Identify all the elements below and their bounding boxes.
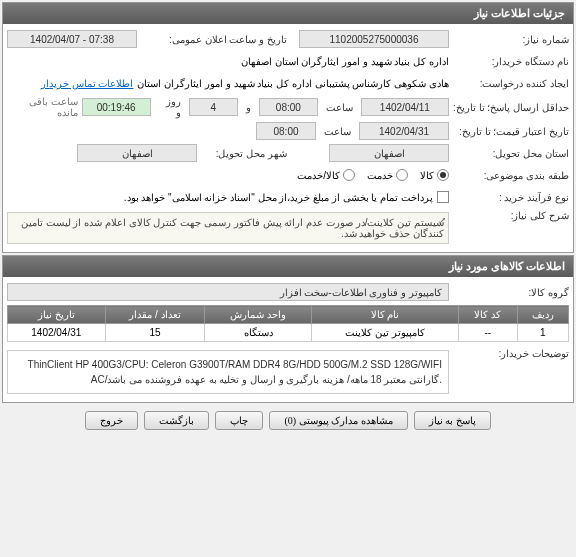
announce-datetime-value: 1402/04/07 - 07:38 [7,30,137,48]
need-number-label: شماره نیاز: [449,34,569,45]
topic-goods-service-label: کالا/خدمت [297,170,340,181]
response-deadline-label: حداقل ارسال پاسخ؛ تا تاریخ: [449,102,569,113]
remaining-label: ساعت باقی مانده [7,96,78,118]
summary-text: سیستم تین کلاینت/در صورت عدم ارائه پیش ف… [21,217,444,239]
buyer-name-value: اداره کل بنیاد شهید و امور ایثارگران است… [241,56,449,67]
days-label: روز و [155,96,185,118]
purchase-type-label: نوع فرآیند خرید : [449,192,569,203]
back-button[interactable]: بازگشت [144,411,209,430]
td-code: -- [458,324,517,342]
announce-datetime-label: تاریخ و ساعت اعلان عمومی: [137,34,287,45]
th-row: ردیف [517,306,568,324]
request-creator-label: ایجاد کننده درخواست: [449,78,569,89]
td-name: کامپیوتر تین کلاینت [312,324,458,342]
th-date: تاریخ نیاز [8,306,106,324]
hour-label-2: ساعت [320,126,355,137]
th-name: نام کالا [312,306,458,324]
goods-group-label: گروه کالا: [449,287,569,298]
td-row: 1 [517,324,568,342]
province-label: استان محل تحویل: [449,148,569,159]
and-label: و [242,102,255,113]
goods-table: ردیف کد کالا نام کالا واحد شمارش تعداد /… [7,305,569,342]
th-code: کد کالا [458,306,517,324]
topic-goods-service-radio[interactable] [343,169,355,181]
price-validity-hour: 08:00 [256,122,316,140]
remaining-time: 00:19:46 [82,98,151,116]
request-creator-value: هادی شکوهی کارشناس پشتیبانی اداره کل بنی… [137,78,449,89]
print-button[interactable]: چاپ [215,411,263,430]
panel-header-goods: اطلاعات کالاهای مورد نیاز [3,256,573,277]
td-unit: دستگاه [205,324,312,342]
buyer-desc-label: توضیحات خریدار: [449,348,569,359]
respond-button[interactable]: پاسخ به نیاز [414,411,491,430]
purchase-type-text: پرداخت تمام یا بخشی از مبلغ خرید،از محل … [124,192,433,203]
summary-label: شرح کلی نیاز: [449,210,569,221]
panel-header-details: جزئیات اطلاعات نیاز [3,3,573,24]
price-validity-date: 1402/04/31 [359,122,449,140]
view-docs-button[interactable]: مشاهده مدارک پیوستی (0) [269,411,407,430]
buyer-name-label: نام دستگاه خریدار: [449,56,569,67]
expand-icon[interactable]: ⤢ [438,215,446,226]
button-bar: پاسخ به نیاز مشاهده مدارک پیوستی (0) چاپ… [0,405,576,436]
td-date: 1402/04/31 [8,324,106,342]
buyer-desc-text: ThinClient HP 400G3/CPU: Celeron G3900T/… [7,350,449,394]
province-value: اصفهان [329,144,449,162]
city-value: اصفهان [77,144,197,162]
th-unit: واحد شمارش [205,306,312,324]
topic-goods-label: کالا [420,170,434,181]
need-number-value: 1102005275000036 [299,30,449,48]
days-value: 4 [189,98,238,116]
topic-label: طبقه بندی موضوعی: [449,170,569,181]
response-deadline-hour: 08:00 [259,98,318,116]
th-qty: تعداد / مقدار [105,306,205,324]
city-label: شهر محل تحویل: [197,148,287,159]
hour-label-1: ساعت [322,102,357,113]
response-deadline-date: 1402/04/11 [361,98,449,116]
buyer-contact-link[interactable]: اطلاعات تماس خریدار [41,78,134,89]
price-validity-label: تاریخ اعتبار قیمت؛ تا تاریخ: [449,126,569,137]
purchase-type-checkbox[interactable] [437,191,449,203]
topic-service-label: خدمت [367,170,393,181]
table-row: 1 -- کامپیوتر تین کلاینت دستگاه 15 1402/… [8,324,569,342]
td-qty: 15 [105,324,205,342]
topic-goods-radio[interactable] [437,169,449,181]
topic-service-radio[interactable] [396,169,408,181]
goods-group-value: کامپیوتر و فناوری اطلاعات-سخت افزار [7,283,449,301]
exit-button[interactable]: خروج [85,411,138,430]
